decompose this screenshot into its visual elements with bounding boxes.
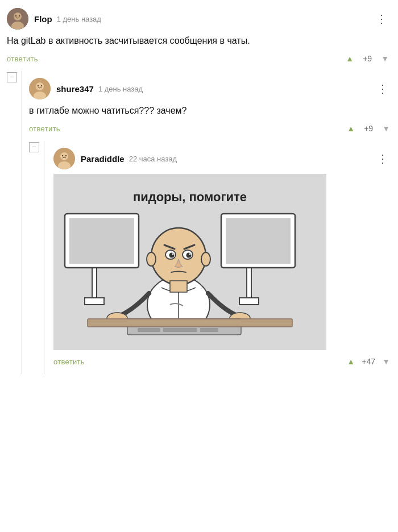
comment-shure347: shure347 1 день назад ⋮ в гитлабе можно … [22, 71, 398, 141]
svg-rect-51 [88, 319, 292, 327]
reply-button-paradiddle[interactable]: ответить [53, 358, 85, 366]
vote-area-paradiddle: ▲ +47 ▼ [345, 356, 392, 367]
more-options-shure[interactable]: ⋮ [374, 81, 392, 97]
comment-text-shure: в гитлабе можно чатиться??? зачем? [29, 104, 392, 117]
svg-rect-23 [226, 218, 291, 264]
avatar-shure [29, 78, 51, 99]
comment-flop: Flop 1 день назад ⋮ На gitLab в активнос… [0, 0, 398, 71]
svg-point-41 [151, 228, 206, 285]
vote-down-paradiddle[interactable]: ▼ [380, 356, 392, 367]
comment-footer-paradiddle: ответить ▲ +47 ▼ [53, 356, 392, 367]
svg-rect-21 [239, 298, 259, 305]
level3-container: − P [29, 141, 398, 374]
username-paradiddle: Paradiddle [81, 154, 125, 164]
svg-rect-17 [85, 298, 104, 305]
vote-up-paradiddle[interactable]: ▲ [345, 356, 357, 367]
timestamp-flop: 1 день назад [57, 15, 372, 23]
username-flop: Flop [34, 14, 52, 24]
more-options-flop[interactable]: ⋮ [372, 11, 391, 27]
timestamp-paradiddle: 22 часа назад [129, 155, 374, 163]
svg-rect-40 [200, 328, 218, 332]
reply-button-shure[interactable]: ответить [29, 124, 60, 133]
svg-rect-38 [138, 328, 160, 332]
level2-container: − shure347 1 день назад ⋮ в ги [7, 71, 398, 374]
avatar-paradiddle [53, 148, 75, 169]
svg-rect-19 [69, 218, 134, 264]
comment-paradiddle: Paradiddle 22 часа назад ⋮ пидоры, помог… [44, 141, 398, 374]
svg-point-9 [41, 85, 42, 86]
svg-point-4 [19, 15, 20, 16]
svg-point-6 [36, 82, 44, 90]
comment-header-shure: shure347 1 день назад ⋮ [29, 78, 392, 99]
svg-point-48 [147, 252, 156, 266]
collapse-shure[interactable]: − [7, 72, 17, 82]
avatar-flop [7, 8, 28, 30]
meme-svg: пидоры, помогите [53, 174, 326, 350]
comment-header-flop: Flop 1 день назад ⋮ [7, 8, 391, 30]
comment-footer-shure: ответить ▲ +9 ▼ [29, 123, 392, 134]
svg-point-46 [172, 253, 174, 255]
vote-down-shure[interactable]: ▼ [380, 123, 392, 134]
svg-point-13 [62, 155, 63, 156]
svg-point-11 [60, 152, 68, 160]
reply-button-flop[interactable]: ответить [7, 55, 38, 63]
vote-up-shure[interactable]: ▲ [345, 123, 357, 134]
comment-header-paradiddle: Paradiddle 22 часа назад ⋮ [53, 148, 392, 169]
vote-area-shure: ▲ +9 ▼ [345, 123, 392, 134]
meme-image-container: пидоры, помогите [53, 174, 326, 350]
svg-point-3 [15, 15, 16, 16]
svg-point-14 [65, 155, 67, 156]
comment-text-flop: На gitLab в активность засчитывается соо… [7, 34, 391, 47]
svg-point-49 [201, 252, 210, 266]
vote-count-paradiddle: +47 [360, 357, 376, 366]
svg-point-8 [38, 85, 39, 86]
svg-point-44 [169, 253, 175, 258]
vote-area-flop: ▲ +9 ▼ [343, 53, 391, 64]
level2-border: shure347 1 день назад ⋮ в гитлабе можно … [22, 71, 398, 374]
level3-border: Paradiddle 22 часа назад ⋮ пидоры, помог… [44, 141, 398, 374]
svg-rect-50 [170, 281, 187, 292]
vote-count-flop: +9 [359, 54, 375, 63]
timestamp-shure: 1 день назад [98, 85, 374, 93]
svg-point-47 [189, 253, 191, 255]
meme-text: пидоры, помогите [133, 190, 247, 204]
collapse-paradiddle[interactable]: − [29, 142, 39, 152]
comment-footer-flop: ответить ▲ +9 ▼ [7, 53, 391, 64]
vote-down-flop[interactable]: ▼ [379, 53, 391, 64]
vote-count-shure: +9 [360, 124, 376, 133]
svg-point-1 [14, 13, 22, 20]
svg-point-45 [186, 253, 192, 258]
username-shure: shure347 [56, 84, 94, 94]
svg-rect-39 [163, 328, 197, 332]
more-options-paradiddle[interactable]: ⋮ [374, 151, 392, 167]
vote-up-flop[interactable]: ▲ [343, 53, 356, 64]
